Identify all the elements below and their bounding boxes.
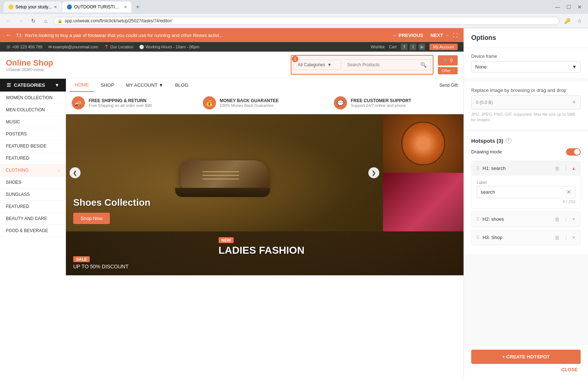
sidebar-item-featured-1[interactable]: FEATURED: [0, 152, 66, 164]
hero-shop-now-button[interactable]: Shop Now: [73, 213, 110, 224]
maximize-button[interactable]: ☐: [564, 2, 573, 12]
address-bar[interactable]: 🔒 app.uxtweak.com/firstclick/setup/25027…: [53, 17, 559, 25]
task-back-button[interactable]: ←: [6, 32, 12, 38]
sidebar: WOMEN COLLECTION MEN COLLECTION MUSIC PO…: [0, 92, 66, 275]
hotspot-h3-more[interactable]: ⋮: [563, 234, 569, 241]
tab2-favicon: 🔵: [67, 4, 72, 10]
hero-section: ❮ ❯ Shoes Collection Shop Now: [66, 114, 464, 231]
hotspot-h1-drag-handle[interactable]: ⠿: [476, 165, 480, 171]
sidebar-item-featured-2[interactable]: FEATURED: [0, 201, 66, 213]
hotspots-title: Hotspots (3): [471, 138, 503, 144]
hotspot-h1-clear-button[interactable]: ✕: [566, 189, 571, 196]
category-chevron: ▼: [327, 62, 332, 67]
fashion-discount: UP TO 50% DISCOUNT: [73, 264, 129, 269]
category-select[interactable]: All Categories ▼: [294, 60, 341, 70]
sidebar-item-women-collection[interactable]: WOMEN COLLECTION: [0, 92, 66, 104]
device-frame-select[interactable]: None ▼: [471, 61, 581, 72]
previous-button[interactable]: ← PREVIOUS: [392, 33, 423, 38]
feature-money-text: MONEY BACK GUARANTEE 100% Money Back Gua…: [220, 98, 279, 108]
drawing-mode-toggle[interactable]: [566, 148, 581, 156]
hotspot-h2-more[interactable]: ⋮: [563, 216, 569, 223]
send-gift-link[interactable]: Send Gift: [433, 79, 464, 92]
lock-icon: 🔒: [57, 19, 63, 23]
hotspot-h3-drag-handle[interactable]: ⠿: [476, 235, 480, 241]
nav-my-account[interactable]: MY ACCOUNT ▼: [121, 78, 168, 92]
cart-count: 0: [450, 58, 453, 63]
feature-support: 💬 FREE CUSTOMER SUPPORT Support 24/7 onl…: [334, 96, 458, 109]
shoe-laces: [202, 171, 239, 179]
sidebar-item-beauty-care[interactable]: BEAUTY AND CARE: [0, 213, 66, 225]
hotspots-help-icon[interactable]: ?: [506, 138, 511, 144]
linkedin-icon[interactable]: in: [418, 44, 425, 50]
feature-support-text: FREE CUSTOMER SUPPORT Support 24/7 onlin…: [351, 98, 411, 108]
sidebar-item-featured-beside[interactable]: FEATURED BESIDE: [0, 140, 66, 152]
forward-button[interactable]: →: [16, 16, 26, 26]
feature-shipping-text: FREE SHIPPING & RETURN Free Shipping on …: [89, 98, 152, 108]
create-hotspot-button[interactable]: + CREATE HOTSPOT: [471, 350, 581, 364]
shipping-icon: 🚚: [72, 96, 85, 109]
nav-blog[interactable]: BLOG: [170, 78, 193, 92]
search-input[interactable]: [343, 60, 417, 70]
hotspot-h2-drag-handle[interactable]: ⠿: [476, 216, 480, 222]
next-button[interactable]: NEXT →: [431, 33, 449, 38]
nav-shop[interactable]: SHOP: [96, 78, 119, 92]
hero-next-button[interactable]: ❯: [368, 167, 379, 178]
fullscreen-button[interactable]: ⛶: [453, 33, 458, 38]
window-controls: — ☐ ✕: [553, 2, 584, 12]
new-tab-button[interactable]: +: [132, 1, 143, 12]
topbar-email: ✉ example@youremail.com: [48, 45, 98, 49]
twitter-icon[interactable]: t: [410, 44, 416, 50]
facebook-icon[interactable]: f: [401, 44, 407, 50]
browser-tab-1[interactable]: 🟡 Setup your study... ✕: [4, 1, 62, 12]
shoe-visual: [173, 153, 276, 197]
categories-button[interactable]: ☰ CATEGORIES ▼: [0, 79, 66, 92]
my-account-chevron: ▼: [159, 82, 163, 88]
hotspot-h1-collapse[interactable]: ▲: [572, 166, 576, 171]
sidebar-item-shoes[interactable]: SHOES: [0, 176, 66, 189]
offer-button[interactable]: Offer: [438, 67, 458, 74]
nav-home[interactable]: HOME: [70, 78, 94, 92]
close-window-button[interactable]: ✕: [575, 2, 584, 12]
hotspot-h2-delete[interactable]: 🗑: [554, 216, 561, 223]
file-value: 0 (0.0 B): [476, 100, 493, 105]
tab2-title: OUTDOOR TURISTIKA ECCO MX: [74, 4, 122, 10]
browser-tab-2[interactable]: 🔵 OUTDOOR TURISTIKA ECCO MX ✕: [62, 1, 131, 12]
hotspot-item-h3: ⠿ H3: Shop 🗑 ⋮ ▼: [471, 230, 581, 245]
close-button[interactable]: CLOSE: [558, 365, 581, 374]
home-button[interactable]: ⌂: [41, 16, 51, 26]
star-icon[interactable]: ☆: [575, 16, 584, 26]
hero-prev-button[interactable]: ❮: [70, 167, 81, 178]
add-file-button[interactable]: +: [572, 98, 576, 106]
hotspot-h3-delete[interactable]: 🗑: [554, 234, 561, 241]
category-text: All Categories: [298, 62, 325, 67]
hotspot-h1-more[interactable]: ⋮: [563, 165, 569, 172]
tab1-close[interactable]: ✕: [54, 5, 57, 10]
hotspot-h2-expand[interactable]: ▼: [572, 217, 576, 222]
hotspot-h1-char-count: 6 / 250: [477, 200, 575, 204]
minimize-button[interactable]: —: [553, 2, 562, 12]
my-account-button[interactable]: My Account: [429, 44, 458, 50]
tab2-close[interactable]: ✕: [124, 5, 127, 10]
sidebar-item-music[interactable]: MUSIC: [0, 116, 66, 128]
feature-money-back: 💰 MONEY BACK GUARANTEE 100% Money Back G…: [203, 96, 327, 109]
topbar-right: Wishlist Cart f t in My Account: [371, 44, 458, 50]
back-button[interactable]: ←: [4, 16, 13, 26]
search-button[interactable]: 🔍: [417, 60, 430, 70]
key-icon[interactable]: 🔑: [562, 16, 572, 26]
sidebar-item-sunglass[interactable]: SUNGLASS: [0, 189, 66, 201]
cart-link[interactable]: Cart: [389, 45, 397, 49]
hotspot-h3-expand[interactable]: ▼: [572, 235, 576, 240]
hotspot-h1-delete[interactable]: 🗑: [554, 165, 561, 172]
reload-button[interactable]: ↻: [29, 16, 38, 26]
sidebar-item-posters[interactable]: POSTERS: [0, 128, 66, 140]
hotspot-h1-label-input[interactable]: [481, 189, 566, 195]
task-text: T1: You're looking to buy a pair of foot…: [16, 33, 392, 38]
main-layout: ← T1: You're looking to buy a pair of fo…: [0, 28, 588, 377]
sidebar-item-men-collection[interactable]: MEN COLLECTION: [0, 104, 66, 116]
cart-button[interactable]: 🛒 0: [438, 55, 458, 66]
new-badge: NEW: [219, 237, 234, 243]
shop-logo: Online Shop UXtweak DEMO eshop: [6, 58, 53, 72]
sidebar-item-food-beverage[interactable]: FOOD & BEVERAGE: [0, 225, 66, 237]
sidebar-item-clothing[interactable]: CLOTHING ›: [0, 164, 66, 176]
wishlist-link[interactable]: Wishlist: [371, 45, 384, 49]
